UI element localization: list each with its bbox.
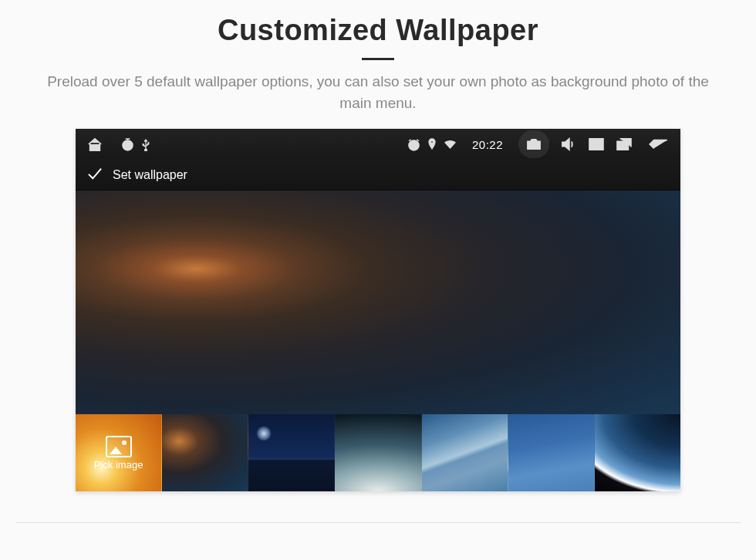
confirm-icon[interactable] <box>86 167 103 184</box>
action-bar: Set wallpaper <box>76 160 680 191</box>
timer-icon <box>122 138 133 151</box>
wifi-icon <box>444 140 457 150</box>
close-app-icon[interactable] <box>588 137 605 151</box>
status-bar: 20:22 <box>76 129 680 160</box>
back-icon[interactable] <box>648 138 670 150</box>
set-wallpaper-label[interactable]: Set wallpaper <box>113 168 187 182</box>
page-title: Customized Wallpaper <box>218 14 538 47</box>
wallpaper-thumb[interactable] <box>248 414 335 491</box>
wallpaper-thumb[interactable] <box>422 414 508 491</box>
pick-image-label: Pick image <box>94 459 143 471</box>
wallpaper-thumb[interactable] <box>508 414 595 491</box>
recent-apps-icon[interactable] <box>616 137 633 151</box>
device-screenshot: 20:22 Set wallpaper Pick image <box>76 129 680 491</box>
image-icon <box>106 436 132 457</box>
screenshot-button[interactable] <box>518 130 549 158</box>
title-underline <box>362 58 394 60</box>
page-subtitle: Preload over 5 default wallpaper options… <box>31 71 725 113</box>
home-icon[interactable] <box>86 137 103 152</box>
wallpaper-thumb[interactable] <box>595 414 680 491</box>
status-time: 20:22 <box>472 138 503 151</box>
alarm-icon <box>407 138 420 151</box>
pick-image-button[interactable]: Pick image <box>76 414 162 491</box>
volume-icon[interactable] <box>560 137 577 151</box>
wallpaper-thumbnails: Pick image <box>76 414 680 491</box>
section-divider <box>15 522 741 523</box>
wallpaper-preview[interactable] <box>76 191 680 414</box>
usb-icon <box>141 138 150 151</box>
wallpaper-thumb[interactable] <box>162 414 248 491</box>
location-icon <box>428 138 436 150</box>
wallpaper-thumb[interactable] <box>335 414 421 491</box>
